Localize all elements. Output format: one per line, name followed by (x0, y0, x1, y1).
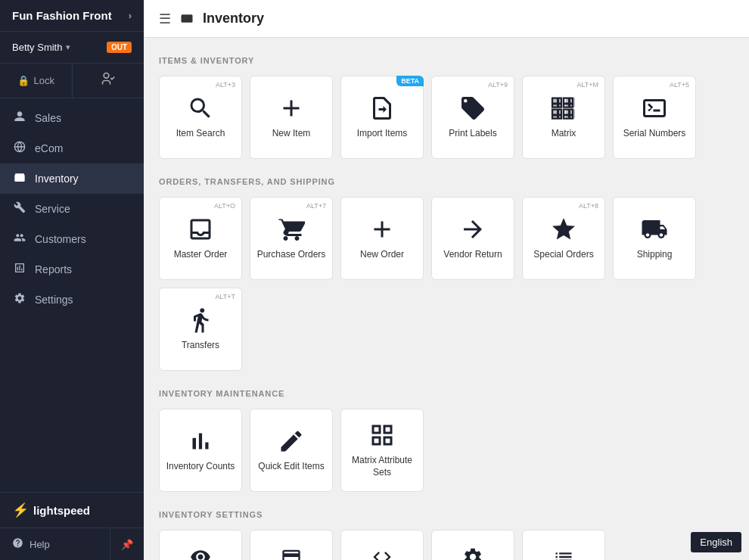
lock-label: Lock (34, 75, 54, 86)
beta-badge: BETA (396, 76, 424, 86)
nav-item-service[interactable]: Service (0, 194, 144, 224)
shortcut-serial-numbers: ALT+5 (670, 81, 689, 89)
pin-button[interactable]: 📌 (110, 528, 144, 560)
switch-user-button[interactable] (73, 64, 145, 98)
switch-user-icon (101, 71, 116, 90)
page-title: Inventory (203, 11, 264, 26)
main-content: ☰ Inventory ITEMS & INVENTORY ALT+3 Item… (144, 0, 749, 560)
tile-import-items[interactable]: BETA Import Items (340, 76, 424, 159)
tile-label-print-labels: Print Labels (444, 128, 501, 140)
main-nav: Sales eCom Inventory Service Customers (0, 98, 144, 492)
tile-master-order[interactable]: ALT+O Master Order (159, 197, 242, 280)
section-label-maintenance: INVENTORY MAINTENANCE (159, 389, 734, 398)
tile-item-search[interactable]: ALT+3 Item Search (159, 76, 242, 159)
shortcut-matrix: ALT+M (577, 81, 598, 89)
tile-settings-4[interactable] (431, 530, 514, 560)
tile-vendor-return[interactable]: Vendor Return (431, 197, 514, 280)
nav-item-reports[interactable]: Reports (0, 254, 144, 285)
nav-label-service: Service (35, 203, 70, 215)
tile-label-transfers: Transfers (177, 340, 224, 352)
lock-icon: 🔒 (17, 75, 30, 86)
svg-rect-3 (552, 103, 561, 105)
tile-matrix-attribute-sets[interactable]: Matrix Attribute Sets (340, 409, 424, 492)
tile-settings-2[interactable] (250, 530, 333, 560)
truck-icon (641, 216, 668, 243)
svg-point-0 (104, 73, 109, 79)
sales-icon (12, 110, 27, 126)
tiles-orders: ALT+O Master Order ALT+7 Purchase Orders (159, 197, 734, 371)
tile-label-purchase-orders: Purchase Orders (253, 249, 331, 261)
user-name: Betty Smith (12, 42, 62, 53)
tile-serial-numbers[interactable]: ALT+5 Serial Numbers (613, 76, 696, 159)
sidebar-brand[interactable]: Fun Fashion Front › (0, 0, 144, 32)
terminal-icon (641, 95, 668, 122)
pin-icon: 📌 (121, 539, 133, 550)
shortcut-item-search: ALT+3 (216, 81, 235, 89)
tile-label-matrix: Matrix (547, 128, 581, 140)
nav-item-customers[interactable]: Customers (0, 224, 144, 254)
search-icon (187, 95, 214, 122)
arrow-right-icon (459, 216, 486, 243)
tile-print-labels[interactable]: ALT+9 Print Labels (431, 76, 514, 159)
section-orders-transfers: ORDERS, TRANSFERS, AND SHIPPING ALT+O Ma… (159, 177, 734, 371)
tile-label-serial-numbers: Serial Numbers (619, 128, 691, 140)
nav-item-settings[interactable]: Settings (0, 285, 144, 315)
pencil-icon (278, 428, 305, 455)
nav-label-sales: Sales (35, 112, 61, 124)
nav-item-ecom[interactable]: eCom (0, 133, 144, 163)
tile-quick-edit-items[interactable]: Quick Edit Items (250, 409, 333, 492)
shortcut-print-labels: ALT+9 (488, 81, 508, 89)
lightspeed-logo: ⚡ lightspeed (12, 502, 90, 518)
lock-button[interactable]: 🔒 Lock (0, 64, 73, 98)
tile-settings-3[interactable] (340, 530, 424, 560)
tile-settings-5[interactable] (522, 530, 605, 560)
import-icon (368, 95, 396, 122)
svg-rect-9 (564, 114, 573, 117)
tile-new-order[interactable]: New Order (340, 197, 424, 280)
sidebar: Fun Fashion Front › Betty Smith ▾ OUT 🔒 … (0, 0, 144, 560)
shortcut-transfers: ALT+T (215, 293, 235, 300)
settings-icon (12, 292, 27, 307)
shortcut-master-order: ALT+O (214, 202, 235, 210)
tile-transfers[interactable]: ALT+T Transfers (159, 288, 242, 371)
tile-new-item[interactable]: New Item (250, 76, 333, 159)
plus-icon-new-order (368, 216, 396, 243)
tile-label-new-item: New Item (268, 128, 315, 140)
nav-label-customers: Customers (35, 233, 86, 245)
tag-icon (459, 95, 486, 122)
tile-settings-1[interactable] (159, 530, 242, 560)
section-label-orders: ORDERS, TRANSFERS, AND SHIPPING (159, 177, 734, 186)
cart-icon (278, 216, 305, 243)
sidebar-user[interactable]: Betty Smith ▾ OUT (0, 32, 144, 64)
help-button[interactable]: Help (0, 528, 110, 560)
section-items-inventory: ITEMS & INVENTORY ALT+3 Item Search New … (159, 56, 734, 159)
inbox-icon (187, 216, 214, 243)
tile-label-shipping: Shipping (632, 249, 677, 261)
tile-shipping[interactable]: Shipping (613, 197, 696, 280)
tiles-items-inventory: ALT+3 Item Search New Item BETA (159, 76, 734, 159)
nav-item-sales[interactable]: Sales (0, 103, 144, 133)
tile-label-matrix-attribute-sets: Matrix Attribute Sets (341, 455, 423, 478)
nav-label-settings: Settings (35, 294, 73, 306)
tile-matrix[interactable]: ALT+M Matrix (522, 76, 605, 159)
ecom-icon (12, 141, 27, 156)
nav-item-inventory[interactable]: Inventory (0, 163, 144, 194)
settings-tile-icon-1 (190, 546, 211, 560)
shortcut-purchase-orders: ALT+7 (306, 202, 326, 210)
logo-text: lightspeed (33, 504, 90, 517)
road-icon (187, 306, 214, 334)
help-label: Help (30, 539, 50, 550)
nav-label-inventory: Inventory (35, 173, 79, 185)
tile-inventory-counts[interactable]: Inventory Counts (159, 409, 242, 492)
shortcut-special-orders: ALT+8 (579, 202, 598, 210)
tile-special-orders[interactable]: ALT+8 Special Orders (522, 197, 605, 280)
language-button[interactable]: English (691, 532, 741, 552)
matrix-icon (550, 95, 577, 122)
tile-label-import-items: Import Items (353, 128, 412, 140)
section-label-items: ITEMS & INVENTORY (159, 56, 734, 65)
section-label-settings: INVENTORY SETTINGS (159, 510, 734, 519)
settings-tile-icon-4 (462, 546, 483, 560)
tile-purchase-orders[interactable]: ALT+7 Purchase Orders (250, 197, 333, 280)
inventory-content: ITEMS & INVENTORY ALT+3 Item Search New … (144, 38, 749, 560)
hamburger-menu-icon[interactable]: ☰ (159, 11, 171, 27)
